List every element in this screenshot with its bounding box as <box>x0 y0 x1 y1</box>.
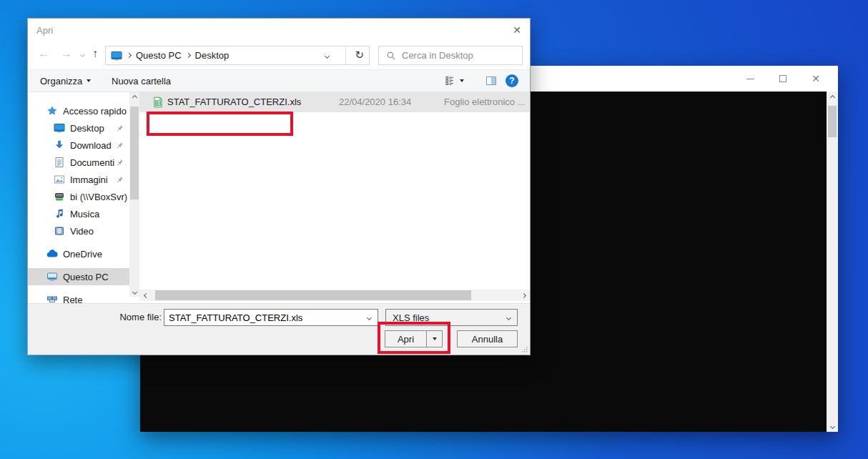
sidebar-item-label: Video <box>70 226 94 237</box>
toolbar: Organizza Nuova cartella ? <box>28 69 530 92</box>
pin-icon <box>115 124 124 132</box>
dialog-footer: Nome file: XLS files Apri Annulla <box>28 303 530 355</box>
sidebar-item-label: bi (\\VBoxSvr) (Z <box>70 192 129 202</box>
scrollbar-thumb[interactable] <box>155 290 471 300</box>
pin-icon <box>115 141 124 149</box>
preview-pane-icon <box>485 75 497 87</box>
location-icon <box>111 50 122 61</box>
maximize-button[interactable] <box>766 66 799 92</box>
background-window-scrollbar[interactable] <box>827 92 838 432</box>
cancel-button[interactable]: Annulla <box>457 330 518 347</box>
back-button[interactable]: ← <box>38 47 49 60</box>
sidebar-item-onedrive[interactable]: OneDrive <box>28 245 129 262</box>
search-input[interactable] <box>402 50 522 61</box>
filename-input[interactable] <box>164 312 368 323</box>
minimize-icon <box>746 79 754 79</box>
desktop-background: ✕ Apri ✕ ← → ↑ Questo PC Desktop <box>0 0 868 459</box>
maximize-icon <box>779 75 786 82</box>
chevron-down-icon <box>829 423 834 428</box>
organize-button[interactable]: Organizza <box>36 70 95 92</box>
scrollbar-thumb[interactable] <box>828 106 837 137</box>
quick-access-star-icon <box>46 105 58 117</box>
list-view-icon <box>444 75 455 87</box>
breadcrumb-item-questo-pc[interactable]: Questo PC <box>136 50 182 61</box>
new-folder-button[interactable]: Nuova cartella <box>107 70 175 92</box>
picture-icon <box>54 174 65 185</box>
sidebar-item-download[interactable]: Download <box>28 137 129 154</box>
open-file-dialog: Apri ✕ ← → ↑ Questo PC Desktop ↻ <box>27 18 531 355</box>
minimize-button[interactable] <box>734 66 766 92</box>
horizontal-scrollbar[interactable] <box>139 290 530 301</box>
scrollbar-thumb[interactable] <box>130 107 139 199</box>
chevron-down-icon <box>132 289 137 294</box>
sidebar-scrollbar[interactable] <box>129 92 139 297</box>
sidebar-item-label: Download <box>70 140 112 151</box>
dropdown-triangle-icon <box>87 79 91 82</box>
chevron-left-icon <box>143 292 148 297</box>
chevron-down-icon[interactable] <box>367 315 372 320</box>
sidebar-list: Accesso rapidoDesktopDownloadDocumentiIm… <box>28 102 129 305</box>
preview-pane-button[interactable] <box>481 70 501 92</box>
dialog-titlebar: Apri ✕ <box>28 19 530 43</box>
chevron-down-icon <box>506 315 511 320</box>
file-row[interactable]: STAT_FATTURATO_CTERZI.xls22/04/2020 16:3… <box>139 92 530 112</box>
sidebar-item-questo-pc[interactable]: Questo PC <box>28 268 129 285</box>
cloud-icon <box>46 248 58 260</box>
sidebar-item-label: Musica <box>70 209 99 219</box>
scroll-up-arrow[interactable] <box>129 92 139 102</box>
sidebar-item-immagini[interactable]: Immagini <box>28 171 129 188</box>
chevron-up-icon <box>132 94 137 99</box>
sidebar-item-label: OneDrive <box>63 249 102 260</box>
sidebar-item-accesso-rapido[interactable]: Accesso rapido <box>28 102 129 119</box>
film-icon <box>54 225 65 237</box>
breadcrumb-item-desktop[interactable]: Desktop <box>195 50 230 61</box>
filename-combobox[interactable] <box>164 309 378 326</box>
resize-grip[interactable] <box>521 345 528 352</box>
network-drive-icon <box>54 191 65 202</box>
sidebar-item-label: Accesso rapido <box>63 106 127 117</box>
address-dropdown-chevron-icon[interactable] <box>325 54 330 59</box>
document-icon <box>54 157 65 168</box>
pin-icon <box>115 175 124 184</box>
pin-icon <box>115 158 124 167</box>
forward-button[interactable]: → <box>61 47 72 60</box>
open-dropdown-button[interactable] <box>426 330 443 347</box>
chevron-right-icon <box>127 53 132 58</box>
file-type: Foglio elettronico ... <box>444 97 525 107</box>
desktop-icon <box>54 122 65 134</box>
filetype-select[interactable]: XLS files <box>385 309 518 326</box>
close-button[interactable]: ✕ <box>799 66 832 92</box>
help-button[interactable]: ? <box>505 74 518 87</box>
scroll-up-arrow[interactable] <box>827 92 838 103</box>
download-icon <box>54 139 65 151</box>
open-button[interactable]: Apri <box>385 330 426 347</box>
sidebar-item-bi-vboxsvr-z[interactable]: bi (\\VBoxSvr) (Z <box>28 188 129 205</box>
filename-label: Nome file: <box>115 312 162 322</box>
sidebar-item-desktop[interactable]: Desktop <box>28 119 129 137</box>
file-modified: 22/04/2020 16:34 <box>339 97 411 107</box>
sidebar-item-documenti[interactable]: Documenti <box>28 154 129 171</box>
dialog-close-button[interactable]: ✕ <box>513 24 521 36</box>
file-rows: STAT_FATTURATO_CTERZI.xls22/04/2020 16:3… <box>139 92 530 112</box>
sidebar-item-label: Questo PC <box>63 272 109 282</box>
up-button[interactable]: ↑ <box>92 47 98 60</box>
dropdown-triangle-icon <box>433 337 437 340</box>
open-button-group: Apri <box>385 330 443 347</box>
scroll-down-arrow[interactable] <box>827 420 838 432</box>
file-list: Nome Ultima modifica Tipo STAT_FATTURATO… <box>139 92 530 305</box>
sidebar-item-label: Documenti <box>70 157 114 168</box>
computer-icon <box>46 271 58 282</box>
refresh-button[interactable]: ↻ <box>355 49 364 61</box>
scroll-right-arrow[interactable] <box>518 290 528 301</box>
new-folder-label: Nuova cartella <box>112 76 171 87</box>
sidebar-item-musica[interactable]: Musica <box>28 205 129 222</box>
scroll-down-arrow[interactable] <box>129 287 139 297</box>
view-mode-button[interactable] <box>440 70 468 92</box>
excel-file-icon <box>152 97 164 108</box>
recent-locations-chevron-icon[interactable] <box>80 52 85 57</box>
scroll-left-arrow[interactable] <box>141 290 151 301</box>
search-icon <box>379 51 402 61</box>
organize-label: Organizza <box>40 76 82 87</box>
sidebar-item-video[interactable]: Video <box>28 222 129 240</box>
sidebar: Accesso rapidoDesktopDownloadDocumentiIm… <box>28 92 129 305</box>
